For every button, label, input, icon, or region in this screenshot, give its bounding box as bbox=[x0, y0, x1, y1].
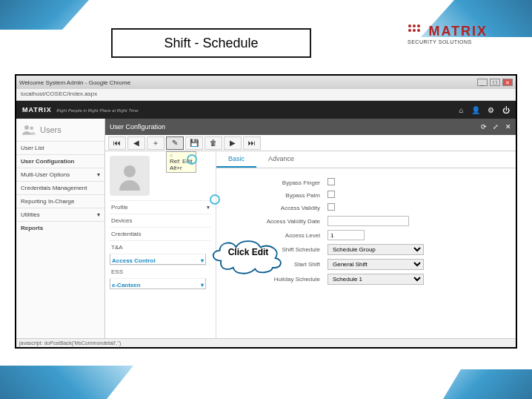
label-bypass-palm: Bypass Palm bbox=[239, 192, 327, 199]
add-button[interactable]: ＋ bbox=[147, 136, 164, 150]
logout-icon[interactable]: ⏻ bbox=[502, 106, 510, 114]
left-section-label: Credentials bbox=[111, 231, 141, 237]
panel-title: User Configuration bbox=[110, 123, 165, 131]
prev-button[interactable]: ◀ bbox=[127, 136, 145, 150]
tab-basic[interactable]: Basic bbox=[216, 151, 256, 168]
sidebar-header[interactable]: Users bbox=[16, 119, 104, 141]
label-access-validity-date: Access Validity Date bbox=[239, 218, 327, 225]
slide-title-box: Shift - Schedule bbox=[111, 28, 311, 58]
save-button[interactable]: 💾 bbox=[185, 136, 203, 150]
left-section-ess[interactable]: ESS bbox=[110, 265, 211, 278]
user-avatar[interactable] bbox=[110, 156, 150, 196]
sidebar-item-reporting-in-charge[interactable]: Reporting In-Charge bbox=[16, 194, 104, 208]
home-icon[interactable]: ⌂ bbox=[459, 106, 463, 114]
sidebar-header-label: Users bbox=[40, 125, 61, 134]
left-section-label: T&A bbox=[111, 244, 123, 251]
svg-point-4 bbox=[413, 29, 416, 32]
app-tagline: Right People in Right Place at Right Tim… bbox=[56, 108, 138, 113]
user-icon[interactable]: 👤 bbox=[471, 106, 480, 114]
tab-label: Basic bbox=[228, 155, 245, 162]
label-holiday-schedule: Holiday Schedule bbox=[239, 276, 327, 283]
sidebar-item-user-list[interactable]: User List bbox=[16, 141, 104, 154]
sidebar-item-label: User List bbox=[21, 145, 44, 151]
left-section-devices[interactable]: Devices bbox=[110, 214, 211, 227]
header-icons: ⌂ 👤 ⚙ ⏻ bbox=[453, 106, 510, 114]
sidebar-item-label: Utilities bbox=[21, 211, 40, 218]
row-holiday-schedule: Holiday Schedule Schedule 1 bbox=[239, 274, 505, 285]
input-access-level[interactable] bbox=[327, 230, 365, 240]
maximize-button[interactable]: ☐ bbox=[490, 79, 500, 86]
left-section-label: Devices bbox=[111, 217, 132, 224]
svg-point-8 bbox=[124, 165, 136, 177]
sidebar-item-label: Multi-User Options bbox=[21, 171, 70, 178]
users-icon bbox=[22, 125, 36, 135]
sidebar-item-user-configuration[interactable]: User Configuration bbox=[16, 154, 104, 168]
first-button[interactable]: ⏮ bbox=[108, 136, 126, 150]
last-button[interactable]: ⏭ bbox=[243, 136, 261, 150]
sidebar-item-label: User Configuration bbox=[21, 158, 74, 165]
address-bar[interactable]: localhost/COSEC/Index.aspx bbox=[16, 89, 516, 101]
left-section-label: e-Canteen bbox=[112, 282, 141, 286]
accent-bottom-right bbox=[443, 369, 532, 399]
svg-point-5 bbox=[417, 29, 420, 32]
sidebar-item-multi-user-options[interactable]: Multi-User Options▾ bbox=[16, 168, 104, 181]
form-area: Bypass Finger Bypass Palm Access Validit… bbox=[216, 168, 516, 294]
logo-dots-icon bbox=[408, 24, 425, 39]
tabs: Basic Advance bbox=[216, 151, 516, 168]
accent-top-left bbox=[0, 0, 89, 30]
minimize-button[interactable]: _ bbox=[477, 79, 488, 86]
sidebar-item-label: Reporting In-Charge bbox=[21, 198, 74, 205]
panel-left-column: Profile▾ Devices Credentials T&A Access … bbox=[105, 151, 216, 338]
left-section-access-control[interactable]: Access Control▾ bbox=[110, 254, 206, 265]
panel-close-icon[interactable]: ✕ bbox=[505, 123, 511, 131]
checkbox-bypass-finger[interactable] bbox=[327, 178, 335, 185]
callout-text: Click Edit bbox=[207, 247, 289, 257]
pointer-circle bbox=[210, 194, 220, 205]
edit-button[interactable]: ✎ bbox=[166, 136, 184, 150]
panel-body: Profile▾ Devices Credentials T&A Access … bbox=[105, 151, 516, 338]
chevron-down-icon: ▾ bbox=[201, 257, 204, 261]
svg-point-0 bbox=[408, 24, 411, 27]
panel-expand-icon[interactable]: ⤢ bbox=[493, 123, 499, 131]
select-shift-schedule[interactable]: Schedule Group bbox=[327, 244, 424, 255]
close-button[interactable]: ✕ bbox=[502, 79, 513, 86]
chevron-down-icon: ▾ bbox=[201, 282, 204, 286]
row-bypass-palm: Bypass Palm bbox=[239, 191, 505, 200]
app-header: MATRIX Right People in Right Place at Ri… bbox=[16, 101, 516, 119]
left-section-tna[interactable]: T&A bbox=[110, 240, 211, 254]
logo-tagline: SECURITY SOLUTIONS bbox=[408, 39, 504, 44]
checkbox-bypass-palm[interactable] bbox=[327, 191, 335, 198]
sidebar-item-reports[interactable]: Reports bbox=[16, 221, 104, 234]
sidebar-item-credentials-management[interactable]: Credentials Management bbox=[16, 181, 104, 194]
left-section-credentials[interactable]: Credentials bbox=[110, 227, 211, 240]
left-section-profile[interactable]: Profile▾ bbox=[110, 200, 211, 214]
input-access-validity-date[interactable] bbox=[327, 216, 409, 226]
sidebar-item-label: Reports bbox=[21, 225, 43, 231]
sidebar-item-utilities[interactable]: Utilities▾ bbox=[16, 208, 104, 221]
status-bar: javascript: doPostBack('MsCommondetail',… bbox=[16, 338, 516, 347]
next-button[interactable]: ▶ bbox=[224, 136, 242, 150]
matrix-logo: MATRIX SECURITY SOLUTIONS bbox=[408, 24, 504, 44]
label-bypass-finger: Bypass Finger bbox=[239, 179, 327, 186]
delete-button[interactable]: 🗑 bbox=[205, 136, 222, 150]
select-holiday-schedule[interactable]: Schedule 1 bbox=[327, 274, 424, 285]
left-section-label: Profile bbox=[111, 204, 128, 211]
sidebar: Users User List User Configuration Multi… bbox=[16, 119, 105, 338]
chevron-down-icon: ▾ bbox=[207, 204, 210, 211]
tab-advance[interactable]: Advance bbox=[256, 151, 306, 168]
gear-icon[interactable]: ⚙ bbox=[488, 106, 494, 114]
svg-point-2 bbox=[417, 24, 420, 27]
left-section-ecanteen[interactable]: e-Canteen▾ bbox=[110, 278, 206, 289]
checkbox-access-validity[interactable] bbox=[327, 203, 335, 211]
pointer-circle bbox=[187, 154, 197, 165]
logo-brand: MATRIX bbox=[428, 24, 488, 39]
select-start-shift[interactable]: General Shift bbox=[327, 259, 424, 270]
chevron-down-icon: ▾ bbox=[97, 211, 100, 218]
label-access-validity: Access Validity bbox=[239, 205, 327, 211]
tab-label: Advance bbox=[268, 155, 294, 162]
row-bypass-finger: Bypass Finger bbox=[239, 178, 505, 187]
panel-refresh-icon[interactable]: ⟳ bbox=[481, 123, 487, 131]
app-brand: MATRIX bbox=[22, 106, 52, 113]
browser-titlebar: Welcome System Admin - Google Chrome _ ☐… bbox=[16, 76, 516, 89]
svg-point-6 bbox=[24, 125, 29, 130]
